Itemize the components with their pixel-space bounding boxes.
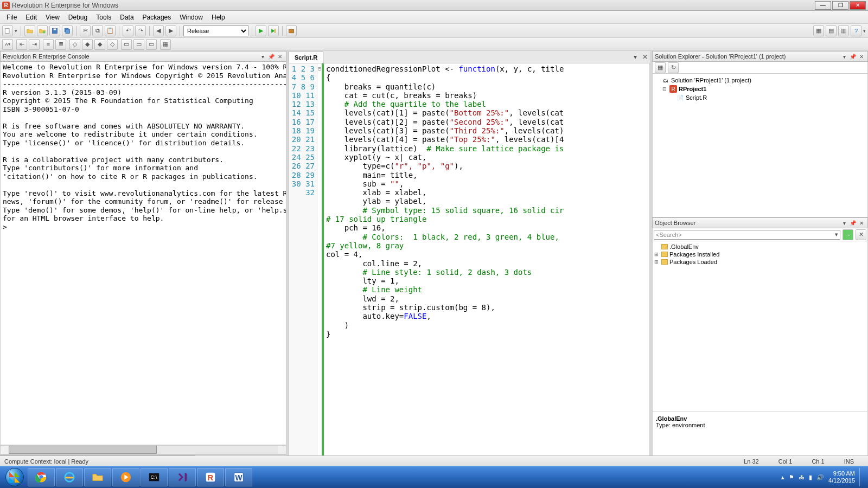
show-desktop-button[interactable] xyxy=(859,468,864,486)
search-go-button[interactable]: → xyxy=(843,229,853,240)
console-output[interactable]: Welcome to Revolution R Enterprise for W… xyxy=(0,62,286,445)
code-editor[interactable]: 1 2 3 4 5 6 7 8 9 10 11 12 13 14 15 16 1… xyxy=(289,63,650,457)
tool-window-1-button[interactable]: ▦ xyxy=(813,25,824,36)
panel-dropdown-icon[interactable]: ▾ xyxy=(840,219,848,227)
tab-close-icon[interactable]: ✕ xyxy=(640,51,650,63)
file-node-script-r[interactable]: 📄Script.R xyxy=(655,93,865,102)
tray-up-icon[interactable]: ▴ xyxy=(781,474,784,481)
indent-increase-button[interactable]: ⇥ xyxy=(29,39,40,50)
taskbar-cmd-icon[interactable]: C:\ xyxy=(141,468,168,486)
menu-debug[interactable]: Debug xyxy=(64,12,92,23)
menu-data[interactable]: Data xyxy=(116,12,138,23)
start-button[interactable] xyxy=(2,467,27,487)
save-button[interactable] xyxy=(49,25,60,36)
tool-window-3-button[interactable]: ▥ xyxy=(838,25,849,36)
copy-button[interactable]: ⧉ xyxy=(92,25,103,36)
svg-text:C:\: C:\ xyxy=(151,474,157,480)
taskbar-visual-studio-icon[interactable] xyxy=(169,468,196,486)
nav-forward-button[interactable]: ▶ xyxy=(165,25,176,36)
taskbar-media-player-icon[interactable] xyxy=(112,468,139,486)
console-panel-title[interactable]: Revolution R Enterprise Console ▾ 📌 ✕ xyxy=(0,51,286,62)
status-bar: Compute Context: local | Ready Ln 32 Col… xyxy=(0,455,868,466)
run-line-button[interactable] xyxy=(268,25,279,36)
console-scrollbar[interactable] xyxy=(0,445,286,454)
search-clear-button[interactable]: ✕ xyxy=(856,229,866,240)
open-project-button[interactable] xyxy=(37,25,48,36)
panel-dropdown-icon[interactable]: ▾ xyxy=(840,53,848,60)
windows-taskbar[interactable]: C:\ R W ▴ ⚑ 🖧 ▮ 🔊 9:50 AM 4/12/2015 xyxy=(0,466,868,488)
toggle-button-3[interactable]: ▭ xyxy=(146,39,157,50)
tray-volume-icon[interactable]: 🔊 xyxy=(816,474,824,481)
bookmark-prev-button[interactable]: ◆ xyxy=(82,39,93,50)
object-node[interactable]: ⊞Packages Loaded xyxy=(654,258,866,266)
code-area[interactable]: conditionedRegressionPlot <- function(x,… xyxy=(324,63,649,457)
menu-tools[interactable]: Tools xyxy=(92,12,116,23)
panel-close-icon[interactable]: ✕ xyxy=(858,53,865,60)
solution-refresh-button[interactable]: ↻ xyxy=(668,62,679,73)
taskbar-explorer-icon[interactable] xyxy=(84,468,111,486)
solution-tree[interactable]: 🗂Solution 'RProject1' (1 project) ⊟RRPro… xyxy=(652,74,868,217)
solution-tool-1[interactable]: ▦ xyxy=(655,62,666,73)
cut-button[interactable]: ✂ xyxy=(80,25,91,36)
tray-clock[interactable]: 9:50 AM 4/12/2015 xyxy=(828,470,855,484)
help-button[interactable]: ? xyxy=(851,25,861,36)
taskbar-revolution-r-icon[interactable]: R xyxy=(197,468,224,486)
undo-button[interactable]: ↶ xyxy=(123,25,133,36)
taskbar-ie-icon[interactable] xyxy=(56,468,83,486)
panel-pin-icon[interactable]: 📌 xyxy=(849,53,857,60)
redo-button[interactable]: ↷ xyxy=(135,25,146,36)
tab-script-r[interactable]: Script.R xyxy=(289,51,323,63)
indent-decrease-button[interactable]: ⇤ xyxy=(16,39,27,50)
panel-dropdown-icon[interactable]: ▾ xyxy=(259,53,266,60)
panel-close-icon[interactable]: ✕ xyxy=(276,53,284,60)
new-item-button[interactable] xyxy=(2,25,13,36)
object-browser-title-text: Object Browser xyxy=(655,220,695,226)
nav-back-button[interactable]: ◀ xyxy=(153,25,164,36)
taskbar-word-icon[interactable]: W xyxy=(225,468,252,486)
tab-list-dropdown-icon[interactable]: ▾ xyxy=(630,51,640,63)
panel-close-icon[interactable]: ✕ xyxy=(858,219,865,227)
object-tree[interactable]: .GlobalEnv⊞Packages Installed⊞Packages L… xyxy=(652,241,868,412)
solution-explorer-title[interactable]: Solution Explorer - Solution 'RProject1'… xyxy=(652,51,868,62)
fold-bar[interactable]: ⊟ xyxy=(317,63,324,457)
tray-flag-icon[interactable]: ⚑ xyxy=(789,474,794,481)
object-node[interactable]: .GlobalEnv xyxy=(654,243,866,251)
tray-network-icon[interactable]: 🖧 xyxy=(799,474,805,480)
object-node[interactable]: ⊞Packages Installed xyxy=(654,251,866,258)
menu-window[interactable]: Window xyxy=(175,12,207,23)
bookmark-button[interactable]: ◇ xyxy=(69,39,80,50)
run-button[interactable]: ▶ xyxy=(256,25,266,36)
taskbar-chrome-icon[interactable] xyxy=(28,468,55,486)
table-button[interactable]: ▦ xyxy=(160,39,171,50)
uncomment-button[interactable]: ≣ xyxy=(55,39,66,50)
close-button[interactable]: ✕ xyxy=(850,1,866,10)
save-all-button[interactable] xyxy=(62,25,73,36)
comment-button[interactable]: ≡ xyxy=(43,39,54,50)
toggle-button-2[interactable]: ▭ xyxy=(133,39,144,50)
maximize-button[interactable]: ❐ xyxy=(832,1,848,10)
menu-file[interactable]: File xyxy=(2,12,21,23)
paste-button[interactable]: 📋 xyxy=(105,25,116,36)
menu-packages[interactable]: Packages xyxy=(138,12,176,23)
solution-root[interactable]: 🗂Solution 'RProject1' (1 project) xyxy=(655,76,865,85)
object-search-input[interactable]: <Search>▾ xyxy=(654,230,840,240)
panel-pin-icon[interactable]: 📌 xyxy=(267,53,275,60)
object-detail-name: .GlobalEnv xyxy=(656,415,864,422)
bookmark-clear-button[interactable]: ◇ xyxy=(107,39,118,50)
project-node[interactable]: ⊟RRProject1 xyxy=(655,85,865,93)
menu-edit[interactable]: Edit xyxy=(21,12,41,23)
tool-window-2-button[interactable]: ▤ xyxy=(826,25,837,36)
open-button[interactable] xyxy=(24,25,35,36)
font-smaller-button[interactable]: A▾ xyxy=(2,39,13,50)
package-button[interactable] xyxy=(286,25,297,36)
menu-help[interactable]: Help xyxy=(207,12,229,23)
minimize-button[interactable]: — xyxy=(815,1,831,10)
config-dropdown[interactable]: Release xyxy=(183,25,248,36)
bookmark-next-button[interactable]: ◆ xyxy=(94,39,105,50)
system-tray[interactable]: ▴ ⚑ 🖧 ▮ 🔊 9:50 AM 4/12/2015 xyxy=(781,468,866,486)
object-browser-title[interactable]: Object Browser ▾ 📌 ✕ xyxy=(652,217,868,228)
panel-pin-icon[interactable]: 📌 xyxy=(849,219,857,227)
tray-battery-icon[interactable]: ▮ xyxy=(809,474,812,481)
menu-view[interactable]: View xyxy=(41,12,64,23)
toggle-button-1[interactable]: ▭ xyxy=(121,39,132,50)
